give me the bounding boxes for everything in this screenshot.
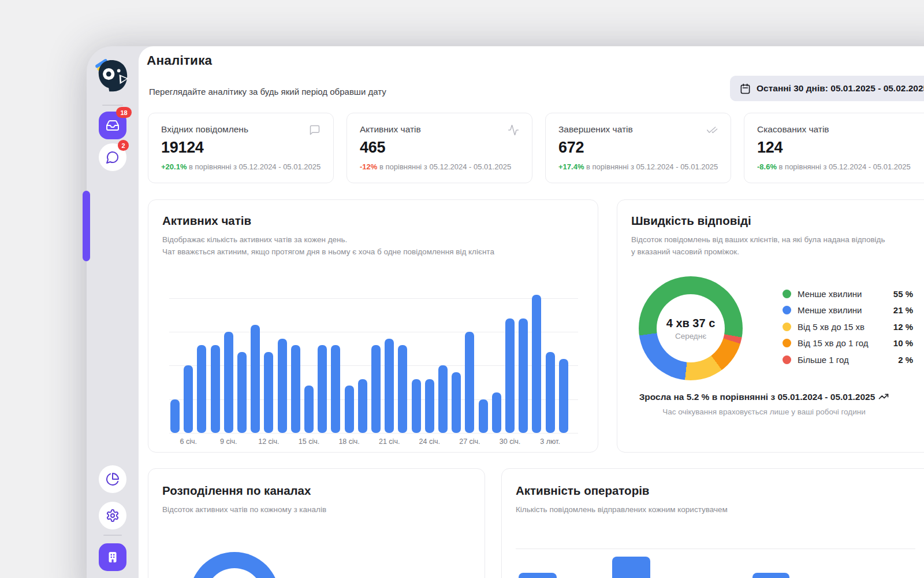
legend-value: 21 % <box>893 305 913 315</box>
legend-label: Від 15 хв до 1 год <box>798 338 893 348</box>
legend-row: Від 5 хв до 15 хв 12 % <box>783 318 913 335</box>
daily-bar <box>197 345 206 433</box>
daily-bar <box>452 372 461 433</box>
legend-row: Більше 1 год 2 % <box>783 351 913 368</box>
daily-bar <box>211 345 220 433</box>
daily-bar <box>546 352 555 433</box>
speed-note: Зросла на 5.2 % в порівнянні з 05.01.202… <box>631 391 897 416</box>
x-axis-label: 24 січ. <box>419 438 440 446</box>
x-axis-label: 27 січ. <box>459 438 480 446</box>
stat-value: 124 <box>757 139 783 157</box>
speed-card-title: Швидкість відповіді <box>631 214 751 228</box>
legend-row: Від 15 хв до 1 год 10 % <box>783 335 913 352</box>
trending-up-icon <box>878 391 889 402</box>
stat-card-incoming-messages: Вхідних повідомлень 19124 +20.1% в порів… <box>148 113 334 183</box>
stat-delta-percent: -12% <box>360 162 377 171</box>
operators-card: Активність операторів Кількість повідомл… <box>501 468 924 578</box>
daily-bar <box>170 399 180 433</box>
channels-card-title: Розподілення по каналах <box>162 484 311 498</box>
daily-bar <box>425 379 434 433</box>
donut-legend: Менше хвилини 55 % Менше хвилини 21 % Ві… <box>783 286 913 368</box>
response-speed-card: Швидкість відповіді Відсоток повідомлень… <box>617 199 924 453</box>
stat-card-cancelled-chats: Скасованих чатів 124 -8.6% в порівнянні … <box>744 113 924 183</box>
stat-title: Вхідних повідомлень <box>161 124 248 135</box>
daily-bar <box>264 352 273 433</box>
sidebar-item-inbox[interactable]: 18 <box>99 112 126 139</box>
sidebar-divider-top <box>102 105 123 106</box>
operators-bars-plot <box>502 469 924 578</box>
date-range-picker[interactable]: Останні 30 днів: 05.01.2025 - 05.02.2025 <box>730 76 924 101</box>
legend-value: 10 % <box>893 338 913 348</box>
daily-bar <box>224 332 233 433</box>
x-axis-label: 30 січ. <box>500 438 520 446</box>
stat-delta: +17.4% в порівнянні з 05.12.2024 - 05.01… <box>558 162 718 171</box>
daily-bar <box>519 318 528 433</box>
x-axis-label: 18 січ. <box>338 438 359 446</box>
x-axis-label: 12 січ. <box>258 438 279 446</box>
activity-icon <box>508 124 519 138</box>
speed-note-text: Зросла на 5.2 % в порівнянні з 05.01.202… <box>631 391 897 402</box>
calendar-icon <box>740 83 751 94</box>
daily-bar <box>479 399 488 433</box>
daily-bar <box>331 345 340 433</box>
daily-bar <box>237 352 247 433</box>
daily-bar <box>412 379 421 433</box>
active-chats-chart-card: Активних чатів Відображає кількість акти… <box>148 199 598 453</box>
sidebar-divider-bottom <box>103 535 122 536</box>
date-range-label: Останні 30 днів: 05.01.2025 - 05.02.2025 <box>757 83 924 94</box>
sidebar-item-company[interactable] <box>99 543 126 571</box>
speed-note-subtext: Час очікування враховується лише у ваші … <box>631 407 897 416</box>
gridline <box>169 433 578 433</box>
daily-bar <box>358 379 367 433</box>
stat-title: Завершених чатів <box>558 124 633 135</box>
daily-bar <box>304 386 314 433</box>
daily-bars-plot: 6 січ.9 січ.12 січ.15 січ.18 січ.21 січ.… <box>169 291 578 433</box>
x-axis-label: 9 січ. <box>220 438 237 446</box>
legend-row: Менше хвилини 21 % <box>783 302 913 319</box>
page-title: Аналітика <box>147 53 212 68</box>
app-window: 18 2 <box>87 46 924 578</box>
x-axis-label: 6 січ. <box>180 438 196 446</box>
legend-dot-red <box>783 355 791 364</box>
sidebar-item-chats[interactable]: 2 <box>99 143 126 171</box>
donut-center-label: Середнє <box>675 332 706 340</box>
gridline <box>169 298 578 299</box>
chart-card-title: Активних чатів <box>162 214 251 228</box>
inbox-badge: 18 <box>116 107 132 118</box>
donut-hole: 4 хв 37 с Середнє <box>657 294 725 362</box>
daily-bar <box>492 392 501 433</box>
x-axis-label: 15 січ. <box>299 438 319 446</box>
daily-bar <box>385 339 394 433</box>
stat-card-completed-chats: Завершених чатів 672 +17.4% в порівнянні… <box>545 113 731 183</box>
legend-label: Менше хвилини <box>798 289 893 299</box>
daily-bar <box>505 318 515 433</box>
stat-value: 465 <box>360 139 385 157</box>
daily-bar <box>291 345 300 433</box>
penguin-logo-icon <box>95 58 131 94</box>
operator-bar <box>752 573 789 578</box>
daily-bar <box>345 386 354 433</box>
daily-bar <box>438 365 448 433</box>
channels-donut <box>189 552 280 578</box>
legend-value: 55 % <box>893 289 913 299</box>
channels-card: Розподілення по каналах Відсоток активни… <box>148 468 485 578</box>
daily-bar <box>559 359 568 433</box>
page-background: 18 2 <box>0 0 924 578</box>
app-logo[interactable] <box>95 58 131 94</box>
sidebar-item-analytics[interactable] <box>99 465 126 493</box>
legend-label: Більше 1 год <box>798 355 898 365</box>
daily-bar <box>184 365 193 433</box>
main-content: Аналітика Переглядайте аналітику за будь… <box>139 46 924 578</box>
stat-delta: -8.6% в порівнянні з 05.12.2024 - 05.01.… <box>757 162 911 171</box>
x-axis-label: 21 січ. <box>379 438 400 446</box>
sidebar-item-settings[interactable] <box>99 502 126 529</box>
x-axis-label: 3 лют. <box>540 438 560 446</box>
active-nav-indicator <box>83 191 90 261</box>
legend-dot-orange <box>783 339 791 347</box>
response-speed-donut: 4 хв 37 с Середнє <box>639 276 743 380</box>
legend-dot-green <box>783 290 791 298</box>
channels-card-description: Відсоток активних чатів по кожному з кан… <box>162 505 326 514</box>
daily-bar <box>371 345 381 433</box>
gear-icon <box>106 509 120 523</box>
stat-delta-comparison: в порівнянні з 05.12.2024 - 05.01.2025 <box>584 162 718 171</box>
